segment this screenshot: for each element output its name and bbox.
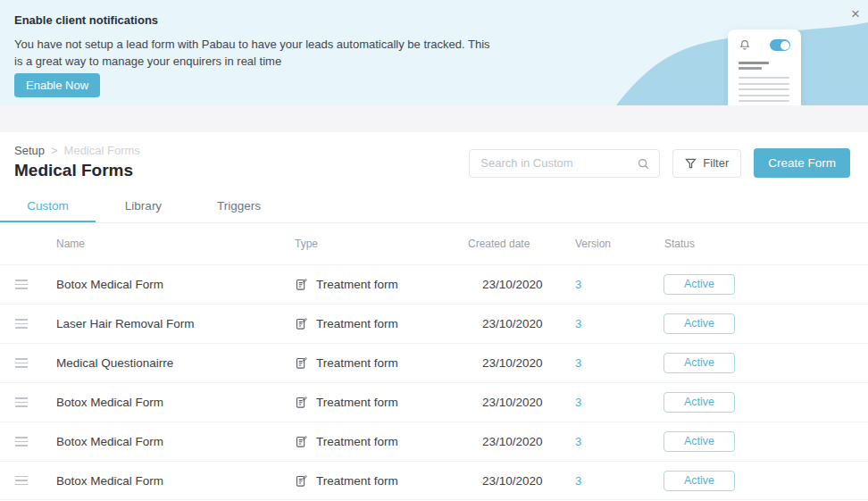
status-badge[interactable]: Active (664, 471, 735, 491)
treatment-form-icon (295, 356, 308, 370)
table-row: Botox Medical Form Treatment form 23/10/… (0, 422, 868, 461)
treatment-form-icon (295, 278, 308, 291)
funnel-icon (685, 158, 697, 169)
row-type-label: Treatment form (316, 435, 398, 448)
row-type-label: Treatment form (316, 474, 398, 488)
illustration-text-lines (739, 62, 790, 105)
column-header-created-date: Created date (468, 238, 563, 250)
enable-now-button[interactable]: Enable Now (14, 73, 100, 97)
banner-body-line-1: You have not setup a lead form with Paba… (14, 36, 490, 53)
close-icon[interactable]: × (851, 6, 860, 21)
filter-button[interactable]: Filter (672, 149, 741, 178)
row-version[interactable]: 3 (563, 317, 652, 330)
medical-forms-page: × Enable client notifications You have n… (0, 0, 868, 501)
toggle-knob (780, 41, 789, 50)
table-body: Botox Medical Form Treatment form 23/10/… (0, 264, 868, 500)
row-created-date: 23/10/2020 (468, 474, 563, 488)
bell-icon (739, 38, 751, 52)
search-input[interactable] (470, 150, 659, 177)
row-version[interactable]: 3 (563, 396, 652, 409)
row-version[interactable]: 3 (563, 474, 652, 488)
row-version[interactable]: 3 (563, 435, 652, 448)
breadcrumb: Setup>Medical Forms (14, 144, 140, 157)
column-header-name: Name (43, 238, 281, 250)
banner-body: You have not setup a lead form with Paba… (14, 36, 490, 70)
row-created-date: 23/10/2020 (468, 435, 563, 448)
table-row: Botox Medical Form Treatment form 23/10/… (0, 264, 868, 304)
status-badge[interactable]: Active (664, 274, 735, 295)
status-badge[interactable]: Active (664, 392, 735, 413)
row-name[interactable]: Botox Medical Form (43, 396, 281, 409)
table-row: Botox Medical Form Treatment form 23/10/… (0, 461, 868, 500)
drag-handle-icon[interactable] (13, 473, 30, 488)
search-icon (637, 157, 650, 171)
row-type-label: Treatment form (316, 396, 398, 409)
row-type-label: Treatment form (316, 278, 398, 291)
notification-illustration-card (728, 29, 801, 105)
filter-button-label: Filter (703, 156, 729, 170)
drag-handle-icon[interactable] (13, 395, 30, 410)
table-row: Medical Questionairre Treatment form 23/… (0, 343, 868, 382)
notification-banner: × Enable client notifications You have n… (0, 0, 868, 105)
tab-bar: Custom Library Triggers (0, 195, 868, 223)
breadcrumb-current: Medical Forms (64, 144, 140, 157)
row-name[interactable]: Laser Hair Removal Form (43, 317, 281, 330)
banner-title: Enable client notifications (14, 13, 158, 27)
drag-handle-icon[interactable] (13, 277, 30, 292)
column-header-type: Type (281, 238, 468, 250)
treatment-form-icon (295, 317, 308, 330)
column-header-status: Status (652, 238, 868, 250)
row-version[interactable]: 3 (563, 278, 652, 291)
row-created-date: 23/10/2020 (468, 396, 563, 409)
status-badge[interactable]: Active (664, 313, 735, 334)
status-badge[interactable]: Active (664, 431, 735, 452)
treatment-form-icon (295, 396, 308, 409)
breadcrumb-separator: > (51, 144, 58, 157)
main-content: Setup>Medical Forms Medical Forms Filter (0, 132, 868, 500)
table-row: Botox Medical Form Treatment form 23/10/… (0, 382, 868, 422)
treatment-form-icon (295, 474, 308, 488)
row-type-label: Treatment form (316, 356, 398, 370)
toolbar: Filter Create Form (469, 148, 850, 178)
page-header: Setup>Medical Forms Medical Forms Filter (0, 132, 868, 195)
page-title: Medical Forms (14, 161, 133, 180)
tab-custom[interactable]: Custom (0, 195, 96, 222)
forms-table: Name Type Created date Version Status Bo… (0, 223, 868, 500)
row-created-date: 23/10/2020 (468, 278, 563, 291)
table-row: Laser Hair Removal Form Treatment form 2… (0, 304, 868, 343)
row-type-label: Treatment form (316, 317, 398, 330)
banner-body-line-2: is a great way to manage your enquirers … (14, 53, 490, 70)
drag-handle-icon[interactable] (13, 355, 30, 371)
treatment-form-icon (295, 435, 308, 448)
status-badge[interactable]: Active (664, 353, 735, 373)
row-version[interactable]: 3 (563, 356, 652, 370)
tab-library[interactable]: Library (96, 195, 191, 222)
column-header-version: Version (563, 238, 652, 250)
row-name[interactable]: Medical Questionairre (43, 356, 281, 370)
row-created-date: 23/10/2020 (468, 356, 563, 370)
row-name[interactable]: Botox Medical Form (43, 278, 281, 291)
drag-handle-icon[interactable] (13, 316, 30, 331)
breadcrumb-setup[interactable]: Setup (14, 144, 45, 157)
create-form-button[interactable]: Create Form (754, 148, 850, 178)
row-name[interactable]: Botox Medical Form (43, 435, 281, 448)
drag-handle-icon[interactable] (13, 434, 30, 449)
tab-triggers[interactable]: Triggers (191, 195, 287, 222)
background-strip (0, 105, 868, 132)
notifications-toggle[interactable] (770, 39, 790, 51)
row-created-date: 23/10/2020 (468, 317, 563, 330)
search-box (469, 149, 660, 178)
row-name[interactable]: Botox Medical Form (43, 474, 281, 488)
table-header-row: Name Type Created date Version Status (0, 223, 868, 264)
